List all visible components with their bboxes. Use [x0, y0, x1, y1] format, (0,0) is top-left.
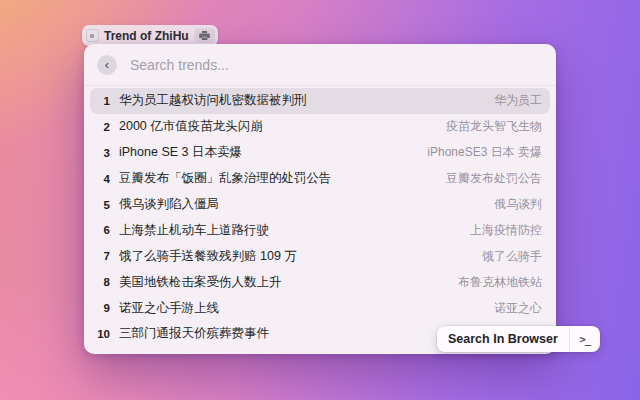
trend-caption: 豆瓣发布处罚公告 [446, 170, 542, 187]
back-button[interactable]: ‹ [97, 55, 117, 75]
trend-title: 2000 亿市值疫苗龙头闪崩 [119, 118, 437, 135]
trend-row[interactable]: 8 美国地铁枪击案受伤人数上升 布鲁克林地铁站 [90, 269, 550, 295]
trend-rank: 1 [94, 95, 110, 107]
trend-title: 饿了么骑手送餐致残判赔 109 万 [119, 248, 473, 265]
trend-rank: 7 [94, 250, 110, 262]
trend-rank: 2 [94, 121, 110, 133]
trend-title: 豆瓣发布「饭圈」乱象治理的处罚公告 [119, 170, 437, 187]
trend-rank: 8 [94, 276, 110, 288]
trend-caption: iPhoneSE3 日本 卖爆 [427, 144, 542, 161]
trend-title: 诺亚之心手游上线 [119, 300, 485, 317]
trend-rank: 9 [94, 302, 110, 314]
trend-caption: 布鲁克林地铁站 [458, 274, 542, 291]
trend-row[interactable]: 3 iPhone SE 3 日本卖爆 iPhoneSE3 日本 卖爆 [90, 140, 550, 166]
trend-caption: 饿了么骑手 [482, 248, 542, 265]
trend-title: iPhone SE 3 日本卖爆 [119, 144, 418, 161]
trend-title: 华为员工越权访问机密数据被判刑 [119, 92, 485, 109]
trend-rank: 4 [94, 173, 110, 185]
search-in-browser-button[interactable]: Search In Browser [437, 326, 569, 352]
trend-rank: 5 [94, 199, 110, 211]
trend-caption: 诺亚之心 [494, 300, 542, 317]
printer-badge [194, 28, 215, 43]
trend-row[interactable]: 5 俄乌谈判陷入僵局 俄乌谈判 [90, 192, 550, 218]
trend-title: 三部门通报天价殡葬费事件 [119, 325, 473, 342]
action-tooltip: Search In Browser >_ [437, 326, 600, 352]
trend-caption: 疫苗龙头智飞生物 [446, 118, 542, 135]
extension-chip-label: Trend of ZhiHu [104, 29, 189, 43]
search-input[interactable] [128, 56, 543, 74]
trends-panel: ‹ 1 华为员工越权访问机密数据被判刑 华为员工 2 2000 亿市值疫苗龙头闪… [84, 44, 556, 354]
trend-caption: 华为员工 [494, 92, 542, 109]
trend-row[interactable]: 4 豆瓣发布「饭圈」乱象治理的处罚公告 豆瓣发布处罚公告 [90, 166, 550, 192]
trend-title: 上海禁止机动车上道路行驶 [119, 222, 461, 239]
trend-row[interactable]: 9 诺亚之心手游上线 诺亚之心 [90, 295, 550, 321]
trend-rank: 6 [94, 224, 110, 236]
trend-row[interactable]: 6 上海禁止机动车上道路行驶 上海疫情防控 [90, 217, 550, 243]
trend-row[interactable]: 2 2000 亿市值疫苗龙头闪崩 疫苗龙头智飞生物 [90, 114, 550, 140]
trend-title: 美国地铁枪击案受伤人数上升 [119, 274, 449, 291]
printer-icon [199, 31, 210, 40]
terminal-prompt-icon[interactable]: >_ [569, 326, 600, 352]
desktop-background: Trend of ZhiHu ‹ 1 华为员工越权访问机密数据被判刑 华为员工 … [0, 0, 640, 400]
trend-row[interactable]: 1 华为员工越权访问机密数据被判刑 华为员工 [90, 88, 550, 114]
trend-rank: 3 [94, 147, 110, 159]
trend-caption: 俄乌谈判 [494, 196, 542, 213]
trend-caption: 上海疫情防控 [470, 222, 542, 239]
extension-app-icon [86, 29, 99, 42]
trend-list: 1 华为员工越权访问机密数据被判刑 华为员工 2 2000 亿市值疫苗龙头闪崩 … [84, 86, 556, 347]
trend-row[interactable]: 7 饿了么骑手送餐致残判赔 109 万 饿了么骑手 [90, 243, 550, 269]
trend-rank: 10 [94, 328, 110, 340]
trend-title: 俄乌谈判陷入僵局 [119, 196, 485, 213]
extension-chip[interactable]: Trend of ZhiHu [82, 25, 218, 46]
search-bar: ‹ [84, 44, 556, 86]
